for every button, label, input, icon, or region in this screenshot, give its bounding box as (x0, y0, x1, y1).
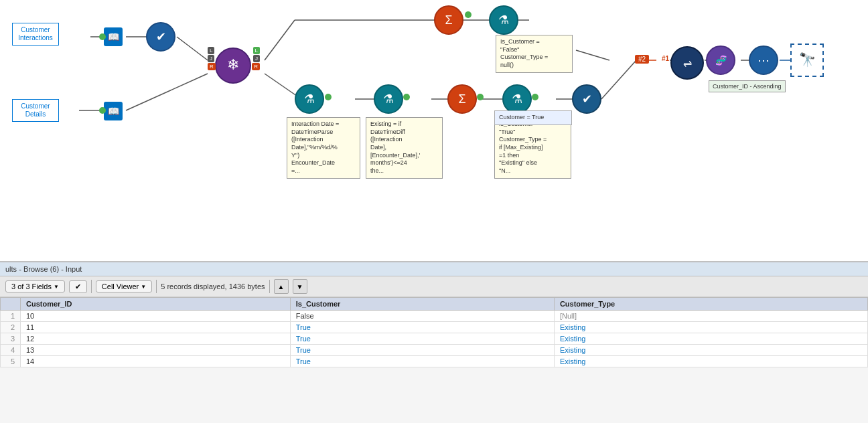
connector-dot-ci (99, 33, 106, 40)
table-row[interactable]: 514TrueExisting (1, 356, 868, 367)
number2-badge: #2 (635, 55, 649, 64)
bottom-panel: ults - Browse (6) - Input 3 of 3 Fields … (0, 261, 868, 423)
cell-record: 1 (1, 311, 21, 322)
cell-record: 2 (1, 322, 21, 333)
cell-record: 4 (1, 345, 21, 356)
cell-customer-type: Existing (554, 356, 867, 367)
svg-line-2 (177, 37, 208, 60)
chevron-down-icon: ▼ (54, 284, 59, 290)
cell-is-customer: True (290, 322, 554, 333)
cell-customer-type: Existing (554, 345, 867, 356)
col-customer-type[interactable]: Customer_Type (554, 298, 867, 311)
svg-text:🧬: 🧬 (715, 55, 727, 66)
separator2 (156, 280, 157, 293)
dot-sigma-bottom (477, 94, 484, 100)
sort-merge-node[interactable]: ⇌ (670, 46, 705, 83)
customer-details-label: Customer Details (12, 99, 59, 122)
filter-top[interactable]: ⚗ (489, 5, 518, 35)
check-bottom[interactable]: ✔ (572, 84, 601, 114)
data-table-container[interactable]: Customer_ID Is_Customer Customer_Type 11… (0, 297, 868, 423)
formula1-node[interactable]: ⚗ (295, 84, 324, 114)
cell-customer-id: 12 (21, 333, 291, 345)
book-icon-ci[interactable]: 📖 (104, 27, 123, 46)
cell-customer-id: 11 (21, 322, 291, 333)
sigma-bottom[interactable]: Σ (447, 84, 477, 114)
svg-line-4 (126, 74, 208, 110)
svg-text:⇌: ⇌ (683, 58, 692, 69)
check-button[interactable]: ✔ (69, 280, 87, 293)
customer-interactions-label: Customer Interactions (12, 23, 59, 46)
filter-true-box: Is_Customer = "True" Customer_Type = if … (494, 117, 571, 179)
cell-customer-id: 10 (21, 311, 291, 322)
records-info: 5 records displayed, 1436 bytes (161, 282, 265, 290)
toolbar: 3 of 3 Fields ▼ ✔ Cell Viewer ▼ 5 record… (0, 276, 868, 297)
cell-customer-type: [Null] (554, 311, 867, 322)
check-circle-top[interactable]: ✔ (146, 22, 175, 52)
cell-is-customer: True (290, 345, 554, 356)
connector-dot-cd (99, 107, 106, 114)
workflow-canvas[interactable]: Customer Interactions 📖 ✔ Customer Detai… (0, 0, 868, 261)
dots-node[interactable]: ⋯ (749, 46, 778, 75)
separator1 (91, 280, 92, 293)
dot-filter-bottom (532, 94, 538, 100)
data-table: Customer_ID Is_Customer Customer_Type 11… (0, 297, 868, 367)
dot-sigma-top (465, 11, 472, 18)
cell-customer-id: 13 (21, 345, 291, 356)
customer-details-node[interactable]: Customer Details (12, 99, 59, 122)
join-node[interactable]: ❄ L J R L J R (206, 46, 260, 86)
viewer-label: Cell Viewer (102, 282, 139, 290)
customer-true-box: Customer = True (494, 110, 572, 125)
arrow-down[interactable]: ▼ (293, 279, 307, 294)
customer-interactions-node[interactable]: Customer Interactions (12, 23, 59, 46)
sort-annotation: Customer_ID - Ascending (709, 80, 786, 92)
cell-customer-type: Existing (554, 322, 867, 333)
cell-record: 5 (1, 356, 21, 367)
cell-is-customer: False (290, 311, 554, 322)
col-is-customer[interactable]: Is_Customer (290, 298, 554, 311)
col-customer-id[interactable]: Customer_ID (21, 298, 291, 311)
cell-record: 3 (1, 333, 21, 345)
table-row[interactable]: 110False[Null] (1, 311, 868, 322)
filter-false-box: Is_Customer = "False" Customer_Type = nu… (496, 35, 573, 73)
number1-badge: #1 (662, 55, 669, 62)
arrow-up[interactable]: ▲ (274, 279, 289, 294)
fields-label: 3 of 3 Fields (11, 282, 52, 290)
sigma-top[interactable]: Σ (434, 5, 463, 35)
formula1-box: Interaction Date = DateTimeParse ([Inter… (287, 117, 360, 179)
book-icon-cd[interactable]: 📖 (104, 102, 123, 120)
table-row[interactable]: 211TrueExisting (1, 322, 868, 333)
svg-line-5 (265, 20, 295, 60)
cell-viewer-dropdown[interactable]: Cell Viewer ▼ (96, 280, 152, 292)
panel-header: ults - Browse (6) - Input (0, 262, 868, 276)
col-record[interactable] (1, 298, 21, 311)
sequence-node[interactable]: 🧬 (706, 46, 735, 75)
filter-bottom[interactable]: ⚗ (502, 84, 532, 114)
cell-is-customer: True (290, 333, 554, 345)
cell-is-customer: True (290, 356, 554, 367)
svg-line-10 (576, 50, 609, 60)
cell-customer-type: Existing (554, 333, 867, 345)
dot-f1-right (325, 94, 332, 100)
formula2-node[interactable]: ⚗ (374, 84, 403, 114)
chevron-down-icon2: ▼ (141, 284, 146, 290)
svg-text:🔭: 🔭 (799, 52, 816, 68)
dot-f2-right (403, 94, 410, 100)
table-row[interactable]: 413TrueExisting (1, 345, 868, 356)
fields-dropdown[interactable]: 3 of 3 Fields ▼ (5, 280, 65, 292)
cell-customer-id: 14 (21, 356, 291, 367)
formula2-box: Existing = if DateTimeDiff ([Interaction… (366, 117, 443, 179)
separator3 (269, 280, 270, 293)
svg-line-16 (601, 60, 636, 99)
browse-node[interactable]: 🔭 (790, 44, 824, 77)
svg-text:❄: ❄ (227, 56, 239, 73)
table-row[interactable]: 312TrueExisting (1, 333, 868, 345)
